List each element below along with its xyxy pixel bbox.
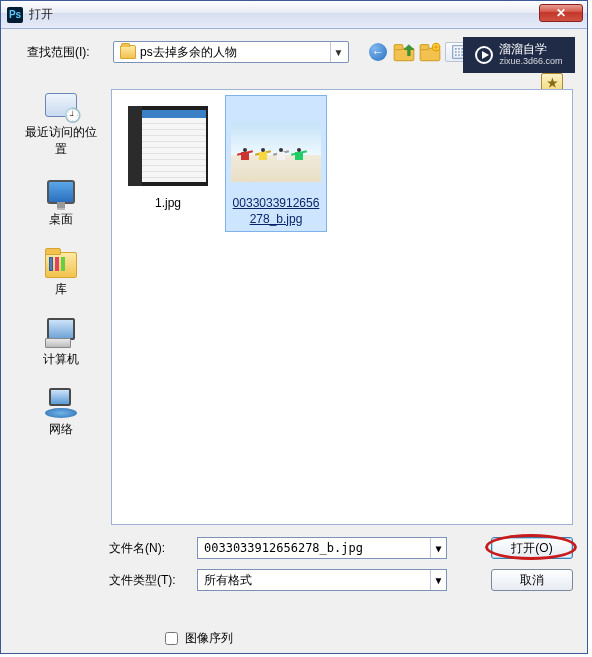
filename-combo[interactable]: 0033033912656278_b.jpg ▼ [197,537,447,559]
lookin-combo[interactable]: ps去掉多余的人物 ▼ [113,41,349,63]
filetype-label: 文件类型(T): [109,572,187,589]
folder-icon [120,45,136,59]
photoshop-icon: Ps [7,7,23,23]
nav-back-button[interactable]: ← [367,42,389,62]
file-item[interactable]: 1.jpg [118,96,218,216]
place-recent-label: 最近访问的位置 [21,124,101,158]
filename-row: 文件名(N): 0033033912656278_b.jpg ▼ 打开(O) [109,537,573,559]
filename-dropdown-icon[interactable]: ▼ [430,538,446,558]
file-thumbnail [122,100,214,192]
titlebar: Ps 打开 ✕ [1,1,587,29]
file-list-pane[interactable]: 1.jpg 0033033912656278_b.jpg [111,89,573,525]
lookin-label: 查找范围(I): [27,44,107,61]
up-folder-icon [393,41,415,63]
nav-up-button[interactable] [393,42,415,62]
filename-label: 文件名(N): [109,540,187,557]
svg-point-7 [458,48,460,50]
filetype-value: 所有格式 [204,572,430,589]
filetype-combo[interactable]: 所有格式 ▼ [197,569,447,591]
places-bar: 最近访问的位置 桌面 库 计算机 网络 [19,89,103,438]
libraries-icon [43,246,79,278]
lookin-folder-name: ps去掉多余的人物 [140,44,330,61]
svg-rect-1 [394,45,403,50]
place-network[interactable]: 网络 [21,386,101,438]
svg-point-6 [455,48,457,50]
filetype-row: 文件类型(T): 所有格式 ▼ 取消 [109,569,573,591]
place-desktop-label: 桌面 [49,211,73,228]
lookin-dropdown-icon[interactable]: ▼ [330,42,346,62]
filename-value: 0033033912656278_b.jpg [204,541,430,555]
image-sequence-row: 图像序列 [161,629,573,648]
network-icon [43,386,79,418]
watermark-brand: 溜溜自学 [499,43,562,56]
bottom-form: 文件名(N): 0033033912656278_b.jpg ▼ 打开(O) 文… [109,537,573,648]
dialog-body: 查找范围(I): ps去掉多余的人物 ▼ ← [1,29,587,81]
play-icon [475,46,493,64]
place-computer[interactable]: 计算机 [21,316,101,368]
place-desktop[interactable]: 桌面 [21,176,101,228]
svg-point-10 [458,51,460,53]
back-arrow-icon: ← [369,43,387,61]
file-name-label: 0033033912656278_b.jpg [230,196,322,227]
open-dialog: Ps 打开 ✕ 查找范围(I): ps去掉多余的人物 ▼ ← [0,0,588,654]
image-sequence-checkbox[interactable] [165,632,178,645]
place-computer-label: 计算机 [43,351,79,368]
cancel-button[interactable]: 取消 [491,569,573,591]
svg-point-12 [455,54,457,56]
place-libraries[interactable]: 库 [21,246,101,298]
nav-newfolder-button[interactable] [419,42,441,62]
place-network-label: 网络 [49,421,73,438]
place-libraries-label: 库 [55,281,67,298]
svg-point-9 [455,51,457,53]
file-item-selected[interactable]: 0033033912656278_b.jpg [226,96,326,231]
window-title: 打开 [29,6,53,23]
image-sequence-label: 图像序列 [185,630,233,647]
watermark-badge: 溜溜自学 zixue.3d66.com [463,37,575,73]
recent-places-icon [43,89,79,121]
computer-icon [43,316,79,348]
place-recent[interactable]: 最近访问的位置 [21,89,101,158]
svg-rect-3 [420,45,429,50]
watermark-url: zixue.3d66.com [499,57,562,67]
open-button[interactable]: 打开(O) [491,537,573,559]
svg-point-13 [458,54,460,56]
file-thumbnail [230,100,322,192]
new-folder-icon [419,41,441,63]
file-name-label: 1.jpg [122,196,214,212]
filetype-dropdown-icon[interactable]: ▼ [430,570,446,590]
close-button[interactable]: ✕ [539,4,583,22]
desktop-icon [43,176,79,208]
